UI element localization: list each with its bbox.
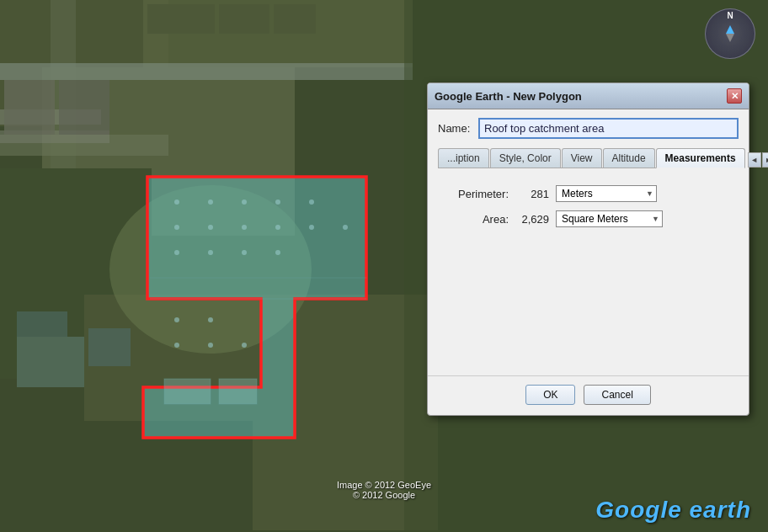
svg-rect-10 — [17, 311, 67, 337]
name-input[interactable] — [478, 118, 739, 139]
tab-altitude[interactable]: Altitude — [603, 148, 655, 168]
perimeter-label: Perimeter: — [441, 188, 509, 200]
area-unit-wrapper: Square Meters Square Feet Square Yards S… — [556, 210, 663, 227]
compass-north-label: N — [727, 11, 733, 20]
name-label: Name: — [438, 122, 472, 135]
svg-rect-15 — [147, 4, 215, 34]
svg-rect-21 — [59, 80, 109, 135]
svg-rect-20 — [4, 80, 55, 135]
dialog-titlebar: Google Earth - New Polygon ✕ — [428, 83, 749, 109]
perimeter-value: 281 — [515, 188, 549, 200]
area-label: Area: — [441, 213, 509, 226]
area-value: 2,629 — [515, 213, 549, 226]
name-row: Name: — [438, 118, 739, 139]
close-button[interactable]: ✕ — [727, 88, 742, 104]
cancel-button[interactable]: Cancel — [584, 385, 650, 405]
svg-rect-17 — [274, 4, 316, 34]
area-row: Area: 2,629 Square Meters Square Feet Sq… — [441, 210, 735, 227]
content-spacer — [441, 236, 735, 354]
tab-description[interactable]: ...iption — [438, 148, 489, 168]
perimeter-row: Perimeter: 281 Meters Feet Yards Kilomet… — [441, 185, 735, 202]
tab-nav-group: ◄ ► — [748, 152, 768, 168]
tab-measurements[interactable]: Measurements — [656, 148, 745, 168]
tab-style-color[interactable]: Style, Color — [490, 148, 561, 168]
area-unit-select[interactable]: Square Meters Square Feet Square Yards S… — [556, 210, 663, 227]
tab-view[interactable]: View — [562, 148, 602, 168]
perimeter-unit-wrapper: Meters Feet Yards Kilometers Miles — [556, 185, 657, 202]
copyright-text: Image © 2012 GeoEye © 2012 Google — [337, 480, 431, 500]
copyright-line2: © 2012 Google — [337, 490, 431, 500]
google-text: Google — [595, 497, 681, 523]
tabs-row: ...iption Style, Color View Altitude Mea… — [438, 147, 739, 168]
measurements-content: Perimeter: 281 Meters Feet Yards Kilomet… — [438, 178, 739, 360]
dialog-body: Name: ...iption Style, Color View Altitu… — [428, 109, 749, 369]
google-earth-watermark: Google earth — [595, 497, 751, 524]
dialog-title: Google Earth - New Polygon — [435, 90, 582, 103]
svg-rect-9 — [17, 337, 84, 387]
svg-rect-18 — [0, 63, 413, 80]
compass-arrow — [722, 25, 739, 42]
copyright-line1: Image © 2012 GeoEye — [337, 480, 431, 490]
tab-next-button[interactable]: ► — [762, 152, 768, 168]
earth-text: earth — [682, 497, 751, 523]
tab-prev-button[interactable]: ◄ — [748, 152, 761, 168]
ok-button[interactable]: OK — [525, 385, 575, 405]
svg-point-8 — [109, 185, 312, 354]
svg-rect-16 — [219, 4, 269, 34]
perimeter-unit-select[interactable]: Meters Feet Yards Kilometers Miles — [556, 185, 657, 202]
svg-rect-5 — [0, 421, 253, 532]
dialog-footer: OK Cancel — [428, 375, 749, 415]
svg-rect-11 — [88, 328, 131, 366]
compass[interactable]: N — [705, 8, 755, 59]
new-polygon-dialog: Google Earth - New Polygon ✕ Name: ...ip… — [427, 82, 749, 416]
